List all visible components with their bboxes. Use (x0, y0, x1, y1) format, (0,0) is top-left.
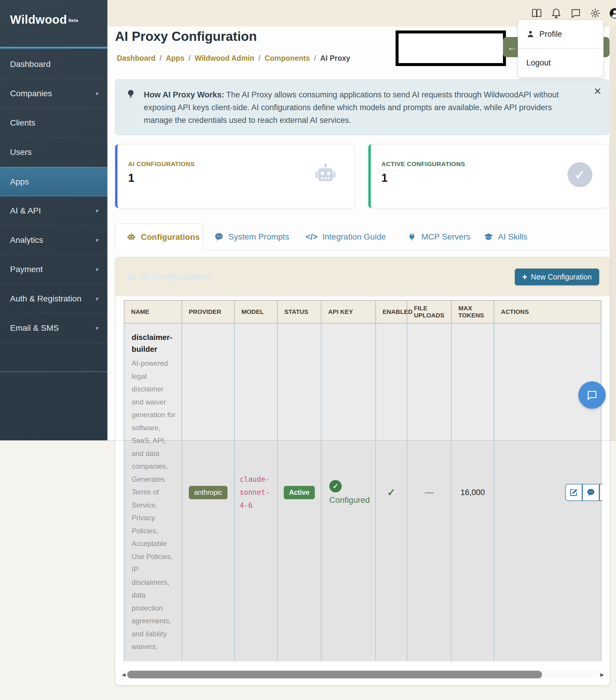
logo-divider (0, 47, 107, 49)
column-header-file-uploads[interactable]: FILE UPLOADS (407, 300, 451, 324)
caret-down-icon: ▾ (95, 237, 99, 244)
tab-system-prompts[interactable]: System Prompts (214, 224, 289, 250)
column-header-model[interactable]: MODEL (234, 300, 277, 324)
tab-label: AI Skills (498, 232, 527, 242)
edit-button[interactable] (565, 484, 582, 501)
caret-down-icon: ▾ (95, 295, 99, 302)
prompt-chat-button[interactable] (582, 484, 600, 501)
stat-label: ACTIVE CONFIGURATIONS (381, 161, 465, 167)
column-header-status[interactable]: STATUS (277, 300, 321, 324)
sidebar-item-dashboard[interactable]: Dashboard (0, 50, 107, 79)
sidebar-item-analytics[interactable]: Analytics▾ (0, 226, 107, 255)
column-header-api-key[interactable]: API KEY (321, 300, 375, 324)
docs-book-icon[interactable] (531, 8, 542, 19)
api-key-state: ✓ Configured (322, 480, 375, 505)
cell-enabled: ✓ (375, 324, 407, 661)
chat-dots-icon (587, 488, 595, 497)
cell-api-key: ✓ Configured (321, 324, 375, 661)
person-icon (526, 30, 535, 38)
provider-badge: anthropic (189, 486, 228, 499)
breadcrumb-separator: / (259, 54, 261, 62)
graduation-cap-icon (484, 232, 493, 242)
caret-down-icon: ▾ (95, 266, 99, 273)
breadcrumb-current: AI Proxy (320, 54, 350, 62)
horizontal-scrollbar[interactable]: ◀ ▶ (120, 671, 606, 679)
breadcrumb-dashboard[interactable]: Dashboard (117, 54, 156, 62)
menu-item-profile[interactable]: Profile (518, 20, 603, 49)
cell-model: claude-sonnet-4-6 (234, 324, 277, 661)
column-header-actions[interactable]: ACTIONS (493, 300, 602, 324)
configurations-panel: AI Configurations + New Configuration NA… (115, 257, 610, 686)
sidebar-item-label: Dashboard (10, 60, 51, 69)
stat-card-ai-configurations: AI CONFIGURATIONS 1 (115, 144, 355, 208)
sidebar-item-email-sms[interactable]: Email & SMS▾ (0, 314, 107, 343)
config-name: disclaimer-builder (132, 332, 177, 355)
sidebar-item-label: Companies (10, 89, 52, 98)
new-configuration-label: New Configuration (531, 273, 592, 281)
caret-down-icon: ▾ (95, 207, 99, 214)
sidebar-item-auth-registration[interactable]: Auth & Registration▾ (0, 284, 107, 314)
lightbulb-icon (126, 89, 136, 99)
menu-item-label: Profile (539, 29, 562, 39)
tab-integration-guide[interactable]: </> Integration Guide (306, 224, 386, 250)
breadcrumb-apps[interactable]: Apps (166, 54, 184, 62)
column-header-provider[interactable]: PROVIDER (181, 300, 234, 324)
sidebar-item-payment[interactable]: Payment▾ (0, 255, 107, 284)
table-row: disclaimer-builder AI-powered legal disc… (124, 324, 602, 661)
tab-label: MCP Servers (421, 232, 471, 242)
sidebar-item-clients[interactable]: Clients (0, 108, 107, 138)
max-tokens-value: 16,000 (460, 488, 485, 497)
sidebar-item-label: Users (10, 148, 32, 157)
breadcrumb-separator: / (314, 54, 316, 62)
stat-value: 1 (381, 172, 388, 185)
info-banner: How AI Proxy Works: The AI Proxy allows … (115, 79, 609, 135)
cell-name: disclaimer-builder AI-powered legal disc… (124, 324, 181, 661)
sidebar-item-companies[interactable]: Companies▾ (0, 79, 107, 108)
column-header-name[interactable]: NAME (124, 300, 181, 324)
tab-mcp-servers[interactable]: MCP Servers (407, 224, 471, 250)
close-icon[interactable]: × (594, 85, 601, 97)
scrollbar-thumb[interactable] (127, 671, 542, 678)
stat-card-active-configurations: ACTIVE CONFIGURATIONS 1 ✓ (368, 144, 609, 208)
column-header-enabled[interactable]: ENABLED (375, 300, 407, 324)
sidebar: WildwoodBeta Dashboard Companies▾ Client… (0, 0, 107, 440)
check-circle-icon: ✓ (567, 162, 592, 187)
status-badge: Active (284, 486, 315, 499)
delete-button[interactable] (600, 484, 602, 501)
left-arrow-icon: ← (507, 41, 517, 53)
menu-item-logout[interactable]: Logout (518, 49, 603, 77)
caret-down-icon: ▾ (95, 90, 99, 97)
account-person-icon[interactable] (609, 8, 616, 19)
sidebar-item-apps[interactable]: Apps (0, 167, 107, 196)
plus-icon: + (522, 272, 527, 282)
scrollbar-track[interactable] (127, 671, 599, 678)
banner-heading: How AI Proxy Works: (144, 90, 224, 99)
feedback-chat-icon[interactable] (570, 8, 581, 19)
notifications-bell-icon[interactable] (551, 8, 562, 19)
scroll-right-arrow-icon[interactable]: ▶ (599, 672, 606, 677)
api-key-label: Configured (329, 496, 375, 505)
banner-text: How AI Proxy Works: The AI Proxy allows … (144, 90, 559, 125)
breadcrumb-components[interactable]: Components (265, 54, 310, 62)
tab-ai-skills[interactable]: AI Skills (484, 224, 527, 250)
sidebar-item-label: Email & SMS (10, 323, 59, 333)
tab-label: Integration Guide (322, 232, 386, 242)
chat-fab-button[interactable] (578, 382, 606, 409)
model-name: claude-sonnet-4-6 (240, 473, 272, 512)
wildwood-admin-app: { "glyphs": { "caret_down": "▾", "menu_c… (0, 0, 616, 700)
column-header-max-tokens[interactable]: MAX TOKENS (451, 300, 493, 324)
right-margin-strip (609, 27, 616, 440)
new-configuration-button[interactable]: + New Configuration (515, 268, 599, 285)
chat-bubble-icon (586, 389, 598, 401)
logo[interactable]: WildwoodBeta (0, 0, 107, 47)
settings-gear-icon[interactable] (590, 8, 601, 19)
redacted-header-box (396, 30, 506, 66)
scroll-left-arrow-icon[interactable]: ◀ (120, 672, 127, 677)
breadcrumb-wildwood-admin[interactable]: Wildwood Admin (195, 54, 255, 62)
sidebar-item-users[interactable]: Users (0, 138, 107, 167)
sidebar-item-ai-api[interactable]: AI & API▾ (0, 196, 107, 226)
beta-badge: Beta (68, 18, 78, 23)
tab-configurations[interactable]: Configurations (115, 224, 203, 250)
plug-icon (407, 232, 416, 242)
breadcrumb: Dashboard / Apps / Wildwood Admin / Comp… (117, 54, 350, 62)
